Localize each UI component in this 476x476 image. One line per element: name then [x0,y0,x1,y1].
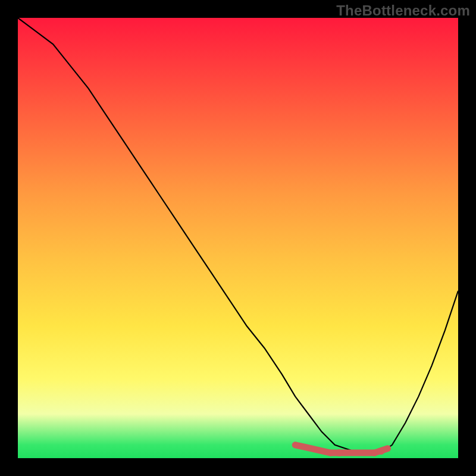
watermark-text: TheBottleneck.com [336,2,470,19]
plot-area [18,18,458,458]
bottleneck-curve [18,18,458,454]
chart-frame: TheBottleneck.com [0,0,476,476]
marker-dot [378,447,385,455]
marker-segment [295,445,330,453]
marker-dot [336,449,343,456]
plot-svg [18,18,458,458]
